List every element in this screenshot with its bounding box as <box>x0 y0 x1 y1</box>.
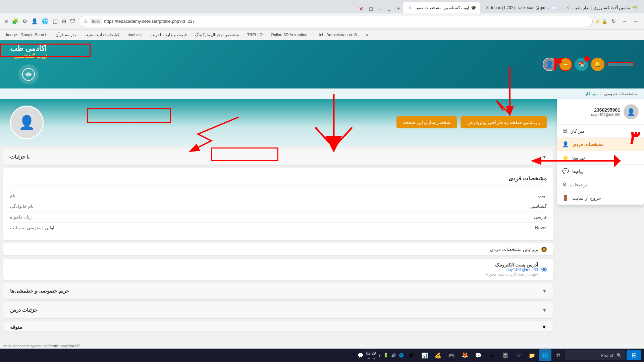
tab-agriculture[interactable]: 🌱 ماشین آلات کشاورزی | ابزار باغبا... ✕ <box>561 2 641 13</box>
with-details-header[interactable]: ▼ با جزئیات <box>3 149 553 165</box>
email-radio[interactable] <box>541 267 547 272</box>
battery-icon[interactable]: 🔋 <box>383 353 388 358</box>
header-back-icon[interactable]: ← <box>559 58 572 71</box>
breadcrumb: مشخصات عمومی / میز کار <box>0 88 644 99</box>
edit-profile-radio[interactable] <box>541 247 547 252</box>
collections-icon[interactable]: ⊞ <box>60 17 67 26</box>
bookmarks-overflow[interactable]: » <box>366 32 368 38</box>
reset-page-button[interactable]: بازنشانی صفحه به طراحی پیش‌فرض <box>461 116 547 128</box>
start-button[interactable]: ⊞ <box>627 350 641 360</box>
address-bar[interactable]: https://tebacademy.net/user/profile.php?… <box>79 16 593 27</box>
tab-close-2[interactable]: ✕ <box>486 5 489 10</box>
new-tab-button[interactable]: + <box>394 4 403 13</box>
header-avatar[interactable]: 👤 <box>543 58 556 71</box>
menu-item-grades[interactable]: نمره‌ها ⭐ <box>557 151 644 165</box>
course-details-header[interactable]: ▼ جزئیات درس <box>3 302 553 318</box>
category-header[interactable]: ▼ منوقه <box>3 321 553 331</box>
volume-icon[interactable]: 🔊 <box>391 353 396 358</box>
menu-item-logout[interactable]: خروج از سایت 🚪 <box>557 191 644 205</box>
menu-item-desk[interactable]: میز کار 🖥 <box>557 125 644 138</box>
bookmark-digital[interactable]: متخصص دیجیتال مارکتینگ <box>192 32 242 38</box>
customize-page-button[interactable]: شخصی‌سازی این صفحه <box>396 116 458 128</box>
notification-center-icon[interactable]: 💬 <box>358 353 363 358</box>
bookmark-htmlcss[interactable]: html css <box>125 32 145 38</box>
logout-icon: 🚪 <box>562 195 569 201</box>
dropdown-avatar: 👤 <box>624 104 639 119</box>
status-url: https://tebacademy.net/user/profile.php?… <box>3 344 80 348</box>
extensions-icon[interactable]: 🧩 <box>10 17 20 26</box>
info-access-label: اولین دسترسی به سایت <box>10 225 54 230</box>
header-username-btn[interactable] <box>607 62 634 66</box>
taskbar-task-view[interactable]: ⧉ <box>553 350 564 361</box>
info-access-row: Never اولین دسترسی به سایت <box>10 223 547 233</box>
calc-icon: 🖩 <box>409 352 414 358</box>
taskbar-chrome[interactable]: 🦊 <box>459 349 471 361</box>
clock[interactable]: 02:29 ب.ظ <box>366 351 376 360</box>
tab-close-3[interactable]: ✕ <box>408 5 412 10</box>
menu-icon[interactable]: ≡ <box>3 17 9 26</box>
bookmark-teb[interactable]: teb: Administration: S... <box>316 32 363 38</box>
tab-close-1[interactable]: ✕ <box>566 5 570 10</box>
tab-favicon-1: 🌱 <box>632 5 637 10</box>
user-email: day1401@teb.i60 <box>562 113 620 117</box>
dropdown-menu: میز کار 🖥 مشخصات فردی 👤 نمره‌ها ⭐ پیام‌ه… <box>557 125 644 205</box>
onenote-icon: 📓 <box>502 352 508 359</box>
zoom-badge: 90% <box>90 18 102 24</box>
account-icon[interactable]: 👤 <box>30 17 39 26</box>
site-logo-circle <box>18 64 39 84</box>
header-courses-icon[interactable]: 📚 1 <box>575 58 588 71</box>
taskbar-explorer[interactable]: 📁 <box>526 349 538 361</box>
tab-profile[interactable]: 🎓 ایوب گشتاسبی: مشخصات عمو... ✕ <box>403 2 480 13</box>
taskbar-edge[interactable]: 🌐 <box>539 349 551 361</box>
page-content: 👤 ← 📚 1 🔔 آکادمی طب ایوب گشتاسبی <box>0 40 644 349</box>
privacy-section: ▼ حریم خصوصی و خطمشی‌ها <box>3 283 553 299</box>
privacy-header[interactable]: ▼ حریم خصوصی و خطمشی‌ها <box>3 283 553 299</box>
tab-overflow-button[interactable]: ⌄ <box>384 5 394 13</box>
user-info-block: 👤 2360295901 day1401@teb.i60 <box>557 99 644 125</box>
close-window-button[interactable]: ✕ <box>357 4 365 13</box>
bookmark-star-icon[interactable]: ☆ <box>83 18 88 24</box>
tab-gmail[interactable]: ✉️ Inbox (1,732) - laskooam@gma... ✕ <box>480 2 561 13</box>
translate-icon[interactable]: 🌐 <box>41 17 50 26</box>
with-details-title: با جزئیات <box>10 154 30 160</box>
taskbar-excel[interactable]: 📊 <box>419 349 431 361</box>
tab-label-1: ماشین آلات کشاورزی | ابزار باغبا... <box>572 5 630 10</box>
menu-item-prefs[interactable]: ترجیحات ⚙ <box>557 178 644 191</box>
maximize-button[interactable]: □ <box>367 4 375 13</box>
network-icon[interactable]: 🌐 <box>399 353 404 358</box>
prefs-icon: ⚙ <box>562 181 567 188</box>
minimize-button[interactable]: ─ <box>377 4 384 13</box>
taskbar-calc[interactable]: 🖩 <box>405 349 417 361</box>
user-id: 2360295901 <box>562 107 620 113</box>
taskbar-onenote[interactable]: 📓 <box>499 349 511 361</box>
menu-item-profile[interactable]: مشخصات فردی 👤 <box>557 138 644 151</box>
bookmark-hadith[interactable]: کتابخانه احادیث شیعه <box>82 32 122 38</box>
shield-icon[interactable]: 🛡 <box>69 17 77 26</box>
taskbar-app1[interactable]: 🎮 <box>445 349 458 361</box>
prefs-label: ترجیحات <box>570 182 587 187</box>
sidebar-icon[interactable]: ◫ <box>51 17 59 26</box>
email-row: آدرس پست الکترونیک day1401@teb.i60 «پنها… <box>3 259 553 280</box>
taskbar-app2[interactable]: 💰 <box>432 349 444 361</box>
forward-button[interactable]: → <box>620 17 629 26</box>
keyboard-icon[interactable]: لا <box>379 353 381 358</box>
tab-label-2: Inbox (1,732) - laskooam@gma... <box>491 5 549 10</box>
breadcrumb-home[interactable]: میز کار <box>585 91 598 96</box>
taskbar-mail[interactable]: ✉ <box>486 349 498 361</box>
messages-icon: 💬 <box>562 168 569 174</box>
taskbar-teams[interactable]: 💬 <box>472 349 484 361</box>
bookmark-google-image[interactable]: image - Google Search <box>3 32 50 38</box>
bookmark-chart[interactable]: قیمت و چارت با تریب <box>148 32 189 38</box>
back-button[interactable]: ← <box>631 17 641 26</box>
grades-label: نمره‌ها <box>572 155 585 161</box>
profile-avatar: 👤 <box>10 106 44 139</box>
bookmark-3d[interactable]: Online 3D Animation... <box>268 32 313 38</box>
taskbar-word[interactable]: W <box>513 349 525 361</box>
reload-button[interactable]: ↻ <box>609 17 618 26</box>
taskbar-search[interactable]: 🔍 Search <box>565 350 625 360</box>
menu-item-messages[interactable]: پیام‌ها 💬 <box>557 165 644 178</box>
header-notification-icon[interactable]: 🔔 <box>591 58 604 71</box>
bookmark-quran[interactable]: مدرسه قرآن <box>53 32 79 38</box>
settings-icon[interactable]: ⚙ <box>21 17 29 26</box>
bookmark-trello[interactable]: TRELLO <box>244 32 265 38</box>
